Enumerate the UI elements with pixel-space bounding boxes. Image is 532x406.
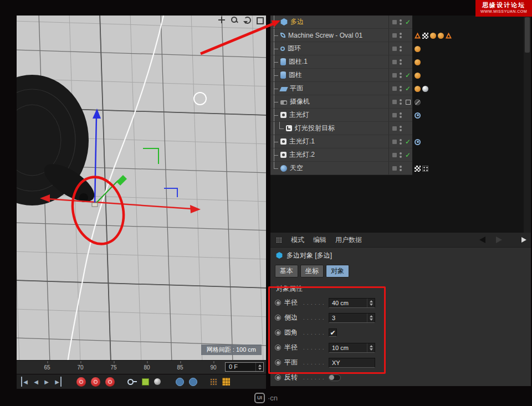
reverse-toggle[interactable]: [329, 374, 341, 381]
layer-chip[interactable]: [392, 100, 397, 104]
key-circle-icon[interactable]: [275, 345, 281, 351]
object-row-main[interactable]: Machine Screw - Oval 01: [270, 29, 412, 42]
visibility-dots[interactable]: [400, 59, 402, 65]
key-circle-icon[interactable]: [275, 300, 281, 306]
menu-edit[interactable]: 编辑: [313, 235, 326, 245]
dot-tag-icon[interactable]: [430, 33, 436, 39]
object-label[interactable]: 多边: [290, 17, 388, 27]
layer-chip[interactable]: [392, 73, 397, 78]
zoom-icon[interactable]: [231, 16, 238, 24]
current-frame-field[interactable]: 0 F: [225, 362, 264, 372]
visibility-dots[interactable]: [400, 112, 402, 118]
visibility-toggles[interactable]: [388, 95, 403, 108]
visibility-dots[interactable]: [400, 33, 402, 38]
record-button[interactable]: [105, 377, 115, 387]
layer-chip[interactable]: [392, 86, 397, 91]
object-row[interactable]: 灯光投射目标: [270, 122, 524, 135]
key-circle-icon[interactable]: [275, 374, 281, 381]
visibility-dots[interactable]: [400, 166, 402, 171]
enable-state[interactable]: ✓: [403, 16, 412, 29]
visibility-dots[interactable]: [400, 19, 402, 25]
object-label[interactable]: 摄像机: [290, 97, 388, 106]
record-button[interactable]: [91, 377, 100, 387]
layer-chip[interactable]: [392, 60, 397, 64]
enable-state[interactable]: ✓: [403, 69, 412, 82]
key-circle-icon[interactable]: [275, 315, 281, 321]
object-label[interactable]: 平面: [290, 84, 388, 93]
object-label[interactable]: 圆环: [288, 44, 388, 53]
sphere-tag-icon[interactable]: [422, 86, 428, 92]
layer-chip[interactable]: [392, 47, 397, 51]
sides-input[interactable]: 3: [329, 313, 375, 323]
layer-chip[interactable]: [392, 113, 397, 117]
object-label[interactable]: 灯光投射目标: [295, 124, 388, 133]
scrollbar-thumb[interactable]: [525, 17, 530, 53]
object-row[interactable]: 主光灯.2✓: [270, 148, 524, 162]
object-row-main[interactable]: 灯光投射目标: [270, 122, 412, 135]
plane-select[interactable]: XY: [329, 358, 375, 368]
fillet-checkbox[interactable]: [329, 328, 337, 337]
tab-coordinates[interactable]: 坐标: [300, 265, 324, 277]
dot-tag-icon[interactable]: [415, 73, 421, 79]
layer-chip[interactable]: [392, 140, 397, 144]
visibility-toggles[interactable]: [388, 162, 403, 174]
object-label[interactable]: 主光灯.2: [289, 150, 388, 160]
step-forward-icon[interactable]: [44, 377, 49, 387]
pan-icon[interactable]: [218, 16, 226, 24]
object-row-main[interactable]: 多边✓: [270, 16, 412, 29]
triangle-tag-icon[interactable]: [415, 33, 421, 39]
object-label[interactable]: 主光灯.1: [289, 137, 388, 146]
tab-basic[interactable]: 基本: [275, 265, 298, 277]
layer-chip[interactable]: [392, 20, 397, 24]
checker-tag-icon[interactable]: [415, 166, 421, 172]
stepper-arrows[interactable]: [367, 299, 375, 307]
visibility-dots[interactable]: [400, 46, 402, 52]
visibility-toggles[interactable]: [388, 82, 403, 95]
object-row-main[interactable]: 天空: [270, 162, 412, 175]
visibility-toggles[interactable]: [388, 122, 403, 135]
triangle-tag-icon[interactable]: [446, 33, 452, 39]
object-row-main[interactable]: 圆柱.1: [270, 55, 412, 69]
blue-chip-icon[interactable]: [176, 378, 184, 386]
object-row-main[interactable]: 平面✓: [270, 82, 412, 95]
camera-toggle-icon[interactable]: [406, 100, 411, 105]
visibility-dots[interactable]: [400, 152, 402, 158]
visibility-dots[interactable]: [400, 126, 402, 131]
enable-state[interactable]: ✓: [403, 135, 412, 148]
dot-tag-icon[interactable]: [438, 33, 444, 39]
object-row-main[interactable]: 圆环: [270, 42, 412, 55]
timeline-ruler[interactable]: 657075808590 0 F: [17, 360, 266, 374]
history-forward-icon[interactable]: [496, 237, 502, 243]
checker-tag-icon[interactable]: [422, 33, 428, 39]
visibility-toggles[interactable]: [388, 55, 403, 68]
maximize-icon[interactable]: [256, 16, 264, 24]
enable-state[interactable]: ✓: [403, 148, 412, 162]
menu-mode[interactable]: 模式: [291, 235, 304, 245]
record-button[interactable]: [76, 377, 86, 387]
object-row[interactable]: 圆柱✓: [270, 69, 524, 82]
orange-grid-icon[interactable]: [222, 378, 230, 386]
target-tag-icon[interactable]: [415, 112, 421, 119]
dot-tag-icon[interactable]: [415, 59, 421, 65]
dot-tag-icon[interactable]: [415, 46, 421, 52]
no-entry-tag-icon[interactable]: [415, 99, 421, 105]
radius-input[interactable]: 40 cm: [329, 298, 375, 308]
visibility-toggles[interactable]: [388, 42, 403, 55]
visibility-toggles[interactable]: [388, 148, 403, 161]
key-icon[interactable]: [127, 377, 137, 387]
visibility-dots[interactable]: [400, 73, 402, 78]
history-back-icon[interactable]: [479, 237, 485, 243]
object-row[interactable]: 摄像机: [270, 95, 524, 109]
object-row-main[interactable]: 主光灯.2✓: [270, 148, 412, 162]
stepper-arrows[interactable]: [255, 363, 263, 371]
object-row-main[interactable]: 主光灯.1✓: [270, 135, 412, 148]
object-label[interactable]: 圆柱: [289, 70, 388, 80]
box-icon[interactable]: [142, 378, 149, 386]
object-label[interactable]: 圆柱.1: [289, 57, 388, 66]
object-label[interactable]: 天空: [290, 163, 388, 173]
viewport-nav[interactable]: [218, 16, 264, 24]
target-tag-icon[interactable]: [415, 139, 421, 145]
object-row-main[interactable]: 圆柱✓: [270, 69, 412, 82]
object-row[interactable]: 主光灯.1✓: [270, 135, 524, 148]
key-circle-icon[interactable]: [275, 330, 281, 336]
